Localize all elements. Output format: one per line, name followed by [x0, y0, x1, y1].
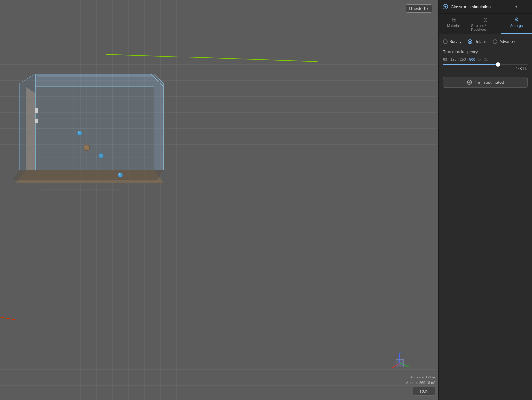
- svg-marker-23: [13, 170, 164, 180]
- panel-header: Classroom simulation ▾ ⋮: [439, 0, 532, 14]
- radio-survey-circle: [443, 39, 448, 44]
- svg-text:Z: Z: [401, 351, 403, 354]
- frequency-slider-track[interactable]: [443, 64, 528, 65]
- freq-500: 500: [469, 57, 475, 61]
- tab-settings[interactable]: ⚙ Settings: [501, 14, 532, 34]
- frequency-numbers: 63 | 125 | 250 | 500 1k 2k: [443, 57, 528, 61]
- freq-63: 63: [443, 57, 447, 61]
- transition-frequency-section: Transition frequency 63 | 125 | 250 | 50…: [443, 50, 528, 71]
- panel-title: Classroom simulation: [451, 4, 491, 9]
- panel-more-button[interactable]: ⋮: [520, 3, 528, 10]
- gizmo-svg: Z Y: [387, 349, 413, 374]
- svg-rect-24: [42, 189, 119, 193]
- svg-point-25: [84, 145, 90, 151]
- clock-icon: ⊕: [467, 80, 472, 85]
- panel-dropdown-button[interactable]: ▾: [514, 4, 519, 10]
- sources-receivers-tab-icon: ◎: [483, 16, 488, 22]
- freq-2k: 2k: [484, 57, 488, 61]
- svg-text:Y: Y: [408, 365, 410, 368]
- simulation-icon: [442, 4, 448, 10]
- estimate-button[interactable]: ⊕ 4 min estimated: [443, 77, 528, 88]
- radio-survey[interactable]: Survey: [443, 39, 461, 44]
- radio-advanced[interactable]: Advanced: [493, 39, 516, 44]
- svg-rect-32: [35, 108, 38, 113]
- viewport-gizmo: Z Y: [387, 349, 413, 374]
- freq-125: 125: [450, 57, 456, 61]
- tab-materials[interactable]: ⊞ Materials: [439, 14, 470, 34]
- frequency-slider-fill: [443, 64, 498, 65]
- grid-info: Grid size: 1x1 m Volume: 269.16 m³: [406, 375, 435, 386]
- radio-advanced-label: Advanced: [499, 39, 516, 44]
- right-panel: Classroom simulation ▾ ⋮ ⊞ Materials ◎ S…: [438, 0, 532, 400]
- transition-frequency-title: Transition frequency: [443, 50, 528, 54]
- ghosted-label: Ghosted: [409, 6, 425, 11]
- panel-content: Survey Default Advanced Transition frequ…: [439, 34, 532, 400]
- radio-default-label: Default: [474, 39, 486, 44]
- svg-point-27: [77, 131, 82, 135]
- svg-point-29: [118, 173, 123, 177]
- radio-default-circle: [468, 39, 472, 44]
- run-button[interactable]: Run: [413, 387, 435, 396]
- svg-point-30: [119, 173, 120, 175]
- panel-tabs: ⊞ Materials ◎ Sources / Receivers ⚙ Sett…: [439, 14, 532, 34]
- tab-sources-receivers-label: Sources / Receivers: [471, 24, 500, 31]
- simulation-mode-radio-group: Survey Default Advanced: [443, 39, 528, 44]
- radio-survey-label: Survey: [450, 39, 461, 44]
- room-svg: [10, 48, 170, 193]
- radio-advanced-circle: [493, 39, 497, 44]
- frequency-hz-value: 448: [516, 66, 522, 71]
- volume-label: Volume: 269.16 m³: [406, 380, 435, 386]
- chevron-down-icon: ▾: [427, 7, 428, 10]
- radio-default[interactable]: Default: [468, 39, 486, 44]
- tab-settings-label: Settings: [510, 24, 523, 28]
- svg-rect-33: [35, 119, 38, 123]
- tab-materials-label: Materials: [447, 24, 461, 28]
- red-axis-line: [0, 317, 16, 320]
- 3d-viewport[interactable]: Ghosted ▾: [0, 0, 438, 400]
- svg-point-26: [85, 146, 87, 148]
- frequency-slider-thumb[interactable]: [496, 62, 500, 67]
- frequency-hz-unit: Hz: [523, 67, 528, 71]
- estimate-label: 4 min estimated: [475, 80, 504, 85]
- grid-size-label: Grid size: 1x1 m: [406, 375, 435, 380]
- frequency-hz-display: 448 Hz: [443, 66, 528, 71]
- svg-rect-42: [396, 359, 404, 367]
- svg-point-31: [99, 153, 103, 158]
- panel-header-left: Classroom simulation: [442, 4, 491, 10]
- svg-point-28: [78, 132, 80, 133]
- freq-1k: 1k: [478, 57, 482, 61]
- svg-marker-22: [19, 74, 35, 170]
- tab-sources-receivers[interactable]: ◎ Sources / Receivers: [470, 14, 501, 34]
- freq-250: 250: [460, 57, 466, 61]
- materials-tab-icon: ⊞: [452, 16, 456, 22]
- ghosted-dropdown[interactable]: Ghosted ▾: [406, 4, 432, 13]
- room-scene: [10, 48, 170, 193]
- settings-tab-icon: ⚙: [514, 16, 519, 22]
